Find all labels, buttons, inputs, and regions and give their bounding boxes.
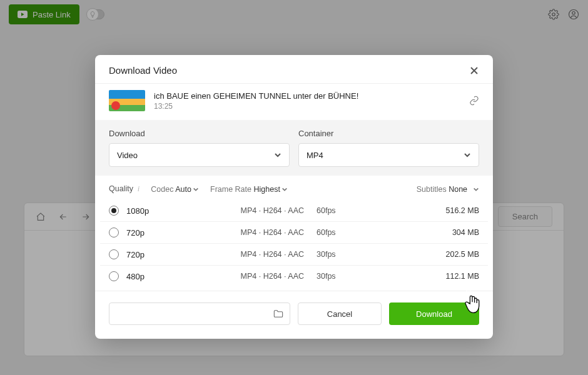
info-icon[interactable]: i (138, 184, 139, 193)
quality-fps: 60fps (304, 228, 349, 237)
download-type-value: Video (117, 151, 138, 160)
quality-resolution: 720p (126, 250, 236, 259)
controls-band: Download Video Container MP4 (95, 120, 493, 176)
video-title: ich BAUE einen GEHEIMEN TUNNEL unter der… (154, 91, 460, 101)
download-video-modal: Download Video ich BAUE einen GEHEIMEN T… (95, 55, 493, 339)
dropdown-row: Download Video Container MP4 (109, 129, 479, 167)
codec-filter[interactable]: Codec Auto (151, 185, 199, 194)
container-value: MP4 (307, 151, 323, 160)
quality-codec: MP4 · H264 · AAC (236, 228, 304, 237)
modal-footer: Cancel Download (95, 291, 493, 339)
quality-codec: MP4 · H264 · AAC (236, 272, 304, 281)
video-meta: ich BAUE einen GEHEIMEN TUNNEL unter der… (154, 91, 460, 111)
video-info-row: ich BAUE einen GEHEIMEN TUNNEL unter der… (95, 83, 493, 120)
output-folder-input[interactable] (109, 302, 290, 325)
quality-row[interactable]: 1080pMP4 · H264 · AAC60fps516.2 MB (100, 200, 488, 221)
quality-row[interactable]: 720pMP4 · H264 · AAC30fps202.5 MB (100, 243, 488, 265)
folder-icon (273, 309, 283, 318)
filter-row: Quality i Codec Auto Frame Rate Highest … (95, 176, 493, 200)
download-label: Download (109, 129, 290, 138)
quality-resolution: 720p (126, 228, 236, 238)
container-label: Container (298, 129, 479, 138)
chevron-down-icon (193, 186, 199, 192)
quality-fps: 30fps (304, 250, 349, 259)
container-dropdown-group: Container MP4 (298, 129, 479, 167)
quality-size: 304 MB (452, 228, 479, 237)
modal-header: Download Video (95, 55, 493, 83)
download-dropdown-group: Download Video (109, 129, 290, 167)
quality-list: 1080pMP4 · H264 · AAC60fps516.2 MB720pMP… (95, 200, 493, 287)
video-duration: 13:25 (154, 102, 460, 111)
radio-icon[interactable] (109, 228, 119, 238)
container-select[interactable]: MP4 (298, 143, 479, 167)
video-thumbnail (109, 90, 145, 111)
quality-resolution: 1080p (126, 206, 236, 216)
cancel-button[interactable]: Cancel (298, 302, 382, 325)
quality-codec: MP4 · H264 · AAC (236, 250, 304, 259)
modal-title: Download Video (109, 65, 177, 76)
download-type-select[interactable]: Video (109, 143, 290, 167)
quality-fps: 30fps (304, 272, 349, 281)
radio-icon[interactable] (109, 271, 119, 281)
chevron-down-icon (281, 186, 288, 192)
chevron-down-icon (274, 151, 281, 159)
link-icon[interactable] (469, 96, 479, 106)
framerate-filter[interactable]: Frame Rate Highest (210, 185, 288, 194)
quality-label: Quality i (109, 184, 139, 194)
quality-fps: 60fps (304, 206, 349, 215)
quality-size: 516.2 MB (445, 206, 479, 215)
chevron-down-icon (473, 186, 479, 192)
radio-icon[interactable] (109, 206, 119, 216)
quality-codec: MP4 · H264 · AAC (236, 206, 304, 215)
subtitles-filter[interactable]: Subtitles None (417, 185, 479, 194)
radio-icon[interactable] (109, 249, 119, 259)
quality-row[interactable]: 720pMP4 · H264 · AAC60fps304 MB (100, 221, 488, 243)
quality-resolution: 480p (126, 272, 236, 281)
quality-row[interactable]: 480pMP4 · H264 · AAC30fps112.1 MB (100, 265, 488, 287)
download-button[interactable]: Download (389, 302, 479, 325)
quality-size: 112.1 MB (445, 272, 479, 281)
close-icon[interactable] (469, 66, 479, 76)
quality-size: 202.5 MB (445, 250, 479, 259)
chevron-down-icon (464, 151, 471, 159)
